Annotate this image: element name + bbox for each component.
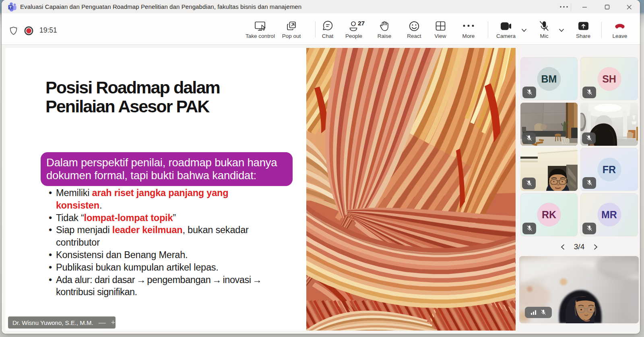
svg-text:27: 27 [358, 21, 365, 27]
svg-text:T: T [9, 5, 12, 9]
